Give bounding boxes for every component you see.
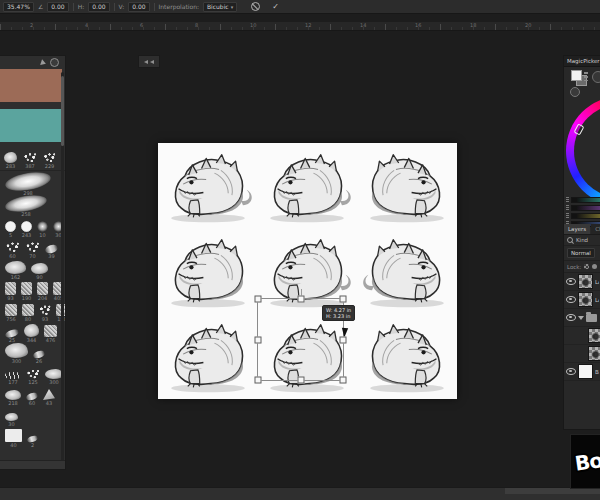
angle-value-field[interactable]: 0.00 <box>47 2 68 12</box>
gradient-bar[interactable] <box>571 205 600 211</box>
brush-preset[interactable]: 25 <box>5 330 19 343</box>
commit-transform-button[interactable]: ✓ <box>272 3 279 11</box>
layer-row[interactable]: Layer 2 <box>564 273 600 291</box>
layer-row[interactable]: Background <box>564 363 600 381</box>
brush-preset[interactable]: 298 <box>5 173 51 196</box>
brush-thumbnail <box>22 304 34 316</box>
swap-colors-icon[interactable] <box>584 72 588 81</box>
filter-kind-dropdown[interactable]: Kind <box>576 237 588 243</box>
brush-preset[interactable]: 30 <box>5 413 18 427</box>
brush-preset[interactable]: 40 <box>5 429 22 448</box>
brush-preset[interactable]: 258 <box>5 196 47 217</box>
brush-preset[interactable]: 204 <box>37 282 48 301</box>
layer-name[interactable]: Background <box>595 369 599 375</box>
layer-name[interactable]: Layer 2 <box>595 279 599 285</box>
brush-preset[interactable]: 300 <box>5 343 28 364</box>
panel-menu-icon[interactable] <box>50 58 59 67</box>
lock-paint-icon[interactable] <box>592 264 597 269</box>
scale-value-field[interactable]: 35.47% <box>3 2 34 12</box>
layer-row[interactable]: Layer 1 <box>564 291 600 309</box>
visibility-eye-icon[interactable] <box>566 278 576 285</box>
group-expand-icon[interactable] <box>578 316 584 320</box>
drag-handle-icon[interactable] <box>566 205 569 210</box>
transform-handle[interactable] <box>297 377 304 384</box>
visibility-eye-icon[interactable] <box>566 296 576 303</box>
brush-preset[interactable]: 756 <box>5 304 17 322</box>
brush-preset[interactable]: 39 <box>45 245 58 259</box>
brush-preset[interactable]: 70 <box>25 241 40 259</box>
brush-preset[interactable]: 162 <box>5 261 26 280</box>
transform-handle[interactable] <box>297 296 304 303</box>
drag-handle-icon[interactable] <box>566 213 569 218</box>
brush-preset[interactable]: 80 <box>22 304 34 322</box>
brush-preset[interactable]: 125 <box>26 369 40 385</box>
brush-preset[interactable]: 2 <box>27 436 38 448</box>
layer-row[interactable]: Group 1 <box>564 309 600 327</box>
lock-transparency-icon[interactable] <box>584 264 589 269</box>
brush-preset[interactable]: 26 <box>33 351 45 364</box>
layer-thumbnail[interactable] <box>588 328 600 343</box>
layer-thumbnail[interactable] <box>578 364 593 379</box>
brush-preset[interactable]: 93 <box>5 282 16 301</box>
brush-preset[interactable]: 5 <box>5 221 16 238</box>
free-transform-box[interactable]: W: 4.27 in H: 3.23 in <box>257 298 344 381</box>
color-swatch-teal[interactable] <box>0 109 62 142</box>
layer-row[interactable]: Layer 4 <box>564 327 600 345</box>
interpolation-dropdown[interactable]: Bicubic▾ <box>203 2 237 12</box>
layer-row[interactable]: Layer 3 <box>564 345 600 363</box>
gradient-swatch-row[interactable] <box>566 205 600 210</box>
color-swatch-brown[interactable] <box>0 69 62 102</box>
tab-layers[interactable]: Layers <box>564 224 590 234</box>
transform-handle[interactable] <box>340 336 347 343</box>
brush-size-label: 60 <box>9 254 15 259</box>
document-canvas[interactable]: W: 4.27 in H: 3.23 in <box>158 143 457 399</box>
brush-preset[interactable]: 387 <box>23 152 37 169</box>
blend-mode-dropdown[interactable]: Normal <box>567 248 595 258</box>
gradient-swatch-row[interactable] <box>566 213 600 218</box>
layer-name[interactable]: Layer 1 <box>595 297 599 303</box>
brush-preset[interactable]: 43 <box>43 389 55 406</box>
foreground-color-chip[interactable] <box>571 70 582 81</box>
brush-preset[interactable]: 177 <box>5 372 21 385</box>
scrollbar-thumb[interactable] <box>61 76 64 146</box>
drag-handle-icon[interactable] <box>566 197 569 202</box>
transform-handle[interactable] <box>255 377 262 384</box>
brush-preset[interactable]: 60 <box>5 241 20 259</box>
brush-preset[interactable]: 229 <box>43 152 56 169</box>
brush-preset[interactable]: 344 <box>24 324 39 343</box>
transform-handle[interactable] <box>340 377 347 384</box>
magicpicker-panel-title[interactable]: MagicPicker <box>564 56 600 67</box>
brush-preset[interactable]: 90 <box>31 263 48 280</box>
brush-preset[interactable]: 190 <box>21 282 32 301</box>
wheel-mode-icon[interactable] <box>592 71 600 83</box>
transform-handle[interactable] <box>255 296 262 303</box>
h-skew-field[interactable]: 0.00 <box>88 2 109 12</box>
brush-preset[interactable]: 10 <box>37 221 48 238</box>
cancel-transform-button[interactable] <box>251 2 260 11</box>
transform-handle[interactable] <box>340 296 347 303</box>
picker-mode-icon[interactable] <box>570 87 580 97</box>
brush-preset[interactable]: 93 <box>39 304 51 322</box>
visibility-eye-icon[interactable] <box>566 314 576 321</box>
separator <box>154 3 155 11</box>
brush-preset[interactable]: 60 <box>26 393 38 406</box>
brush-preset[interactable]: 283 <box>4 152 17 169</box>
color-wheel[interactable] <box>566 96 600 206</box>
v-skew-field[interactable]: 0.00 <box>128 2 149 12</box>
transform-handle[interactable] <box>255 336 262 343</box>
layer-thumbnail[interactable] <box>578 274 593 289</box>
brush-panel-scrollbar[interactable] <box>61 72 64 464</box>
tab-channels[interactable]: Channels <box>591 224 600 234</box>
brush-preset[interactable]: 218 <box>5 390 21 406</box>
gradient-bar[interactable] <box>571 213 600 219</box>
visibility-eye-icon[interactable] <box>566 368 576 375</box>
gradient-bar[interactable] <box>571 197 600 203</box>
layer-thumbnail[interactable] <box>578 292 593 307</box>
brush-preset[interactable]: 243 <box>21 221 32 238</box>
gradient-swatch-row[interactable] <box>566 197 600 202</box>
brush-preset[interactable]: 476 <box>44 325 57 343</box>
pointer-icon[interactable] <box>40 59 47 66</box>
dock-collapse-toggle[interactable] <box>138 55 160 68</box>
layer-thumbnail[interactable] <box>588 346 600 361</box>
horizontal-ruler[interactable]: 2468101214161820 <box>0 22 600 31</box>
